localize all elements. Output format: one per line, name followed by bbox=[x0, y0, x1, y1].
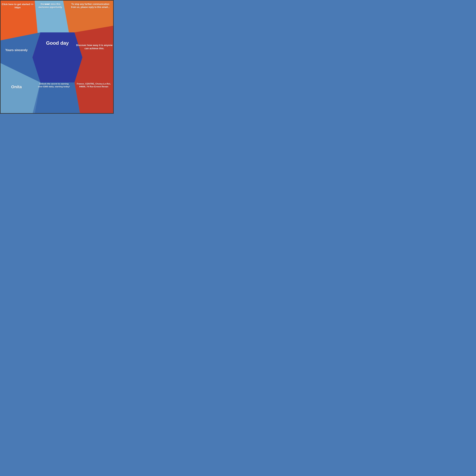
discover-how-text: Discover how easy it is anyone can achie… bbox=[76, 44, 113, 50]
yours-sincerely-text: Yours sincerely bbox=[2, 48, 31, 52]
dont-miss-text: Don■■■t miss this exclusive opportunity. bbox=[38, 3, 63, 9]
unlock-the-text[interactable]: Unlock the secret to earning over $300 d… bbox=[38, 83, 70, 88]
click-here-text[interactable]: Click here to get started => https bbox=[2, 3, 34, 9]
onita-text: Onita bbox=[2, 85, 31, 89]
good-day-text: Good day bbox=[35, 40, 80, 46]
address-text: France, CENTRE, Choisy-Le-Roi, 94600, 74… bbox=[74, 83, 113, 88]
main-container: Click here to get started => https Don■■… bbox=[0, 0, 114, 114]
to-stop-text: To stop any further communication from u… bbox=[69, 3, 112, 9]
